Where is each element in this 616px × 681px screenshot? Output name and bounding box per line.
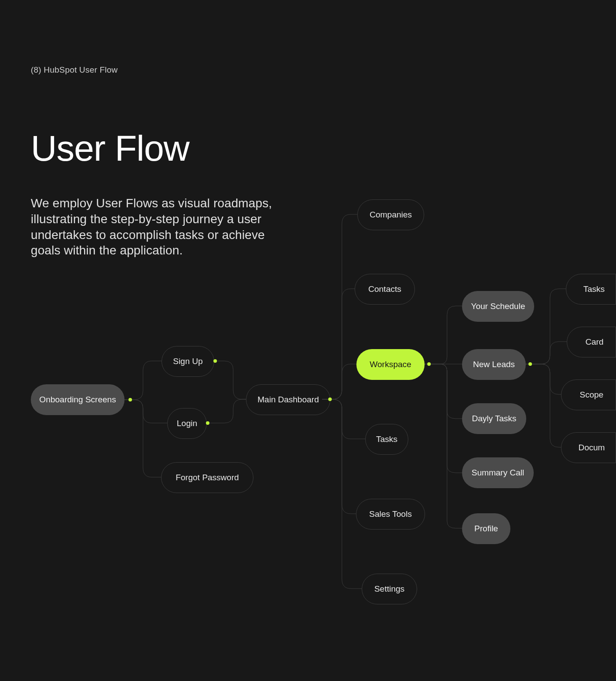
connector-dot <box>213 359 217 363</box>
node-sales-tools[interactable]: Sales Tools <box>356 499 425 530</box>
node-sign-up[interactable]: Sign Up <box>161 346 214 377</box>
node-onboarding-screens[interactable]: Onboarding Screens <box>31 384 125 415</box>
flow-connectors <box>0 0 616 681</box>
node-summary-call[interactable]: Summary Call <box>462 457 534 488</box>
user-flow-diagram: Onboarding Screens Sign Up Login Forgot … <box>0 0 616 681</box>
node-contacts[interactable]: Contacts <box>355 274 415 305</box>
node-dayly-tasks[interactable]: Dayly Tasks <box>462 403 526 434</box>
connector-dot <box>427 362 431 366</box>
node-tasks-2[interactable]: Tasks <box>566 274 616 305</box>
node-login[interactable]: Login <box>167 408 207 439</box>
node-docum[interactable]: Docum <box>561 432 616 463</box>
node-workspace[interactable]: Workspace <box>356 349 425 380</box>
connector-dot <box>328 398 332 401</box>
node-scope[interactable]: Scope <box>561 379 616 410</box>
node-forgot-password[interactable]: Forgot Password <box>161 462 253 493</box>
connector-dot <box>206 421 209 425</box>
node-main-dashboard[interactable]: Main Dashboard <box>246 384 330 415</box>
node-settings[interactable]: Settings <box>362 574 417 604</box>
node-new-leads[interactable]: New Leads <box>462 349 526 380</box>
node-card[interactable]: Card <box>567 327 616 357</box>
node-tasks[interactable]: Tasks <box>365 424 408 455</box>
node-your-schedule[interactable]: Your Schedule <box>462 291 534 322</box>
node-companies[interactable]: Companies <box>357 199 424 230</box>
connector-dot <box>128 398 132 401</box>
connector-dot <box>528 362 532 366</box>
node-profile[interactable]: Profile <box>462 513 510 544</box>
